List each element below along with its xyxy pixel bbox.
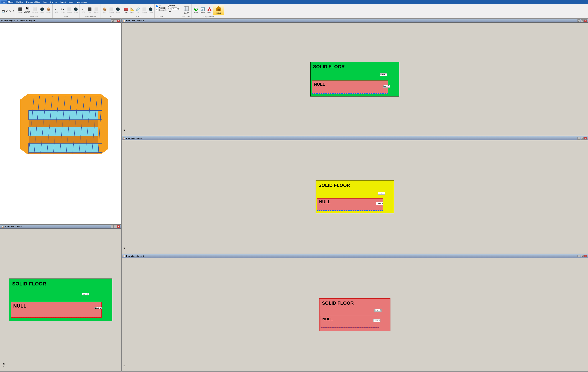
menu-export[interactable]: Export	[67, 0, 76, 3]
menu-import[interactable]: Import	[59, 0, 67, 3]
rp1-null-label: NULL	[317, 199, 383, 205]
3d-minimize-btn[interactable]: _	[111, 20, 114, 22]
menu-building[interactable]: Building	[15, 0, 25, 3]
rp2-icon: 📋	[123, 20, 126, 22]
2d-plan-check-btn[interactable]: 2D PlanCheck	[183, 5, 190, 15]
rp0-level0-tag: Level 0	[374, 309, 381, 312]
save-icon[interactable]: 💾	[1, 9, 5, 13]
menu-file[interactable]: File	[0, 0, 7, 4]
menu-bar: File Model Building Drawing Utilities Vi…	[0, 0, 588, 4]
bottom-floor-plan: SOLID FLOOR Level 2 NULL Level 0	[9, 279, 112, 321]
rp0-maximize[interactable]: □	[581, 255, 584, 257]
wall-select-btn[interactable]: Wall	[123, 6, 129, 14]
space-select-btn[interactable]: 📐 Space	[130, 7, 135, 13]
rp2-maximize[interactable]: □	[581, 20, 584, 22]
size-down-btn[interactable]: ▼	[177, 9, 179, 10]
menu-workspace[interactable]: Workspace	[76, 0, 88, 3]
bottom-null-rect: NULL	[11, 302, 102, 318]
errors-btn[interactable]: ! Errors	[207, 6, 212, 14]
assign-element-label: Assign Element	[85, 16, 96, 18]
bp-close-btn[interactable]: ✕	[117, 225, 120, 228]
cb-name[interactable]	[168, 5, 169, 7]
rp0-null-label: NULL	[321, 316, 379, 322]
svg-rect-40	[29, 120, 98, 127]
menu-drawing-utilities[interactable]: Drawing Utilities	[25, 0, 42, 3]
rp0-content: SOLID FLOOR Level 0 NULL Level 0 N↑	[122, 258, 588, 371]
window-place-btn[interactable]: ⬜ Window	[66, 7, 72, 13]
ribbon-group-select: Wall 📐 Space 🔗 Join ⬜ Window 🌑 Shade Sel…	[122, 4, 155, 18]
svg-text:!: !	[209, 9, 210, 11]
menu-model[interactable]: Model	[7, 0, 15, 3]
divide-btn[interactable]: ✂ Divide	[60, 7, 65, 13]
cb-all-input[interactable]	[156, 5, 158, 7]
ribbon-group-create-edit: ⬛ Storeys 🏗 BuildingElements ⬜ Windows 🌑…	[16, 4, 52, 18]
rp0-minimize[interactable]: _	[578, 255, 580, 257]
wall-place-label: Wall	[55, 11, 58, 13]
menu-view[interactable]: View	[42, 0, 49, 3]
3d-analysis-titlebar: 🏗 3D Analysis - all zones displayed _ □ …	[0, 19, 121, 23]
rp2-close[interactable]: ✕	[584, 20, 587, 22]
rp1-maximize[interactable]: □	[581, 137, 584, 140]
cb-perimeter-label[interactable]: Perimeter	[156, 7, 167, 9]
shade-set-btn[interactable]: 🌑 Shade	[115, 7, 121, 13]
cb-all-label[interactable]: All	[156, 5, 167, 7]
size-input[interactable]	[171, 8, 177, 10]
ribbon-group-2d-zones: All Perimeter Rectangle Name Size	[155, 4, 181, 18]
shade-place-btn[interactable]: 🌑 Shade	[73, 7, 78, 13]
rp0-title: Plan View - Level 0	[126, 255, 144, 257]
rp1-titlebar: 📋 Plan View - Level 1 _ □ ✕	[122, 136, 588, 140]
right-plan-level1: 📋 Plan View - Level 1 _ □ ✕ SOLID FLOOR …	[122, 136, 588, 254]
floor-btn[interactable]: ⬛ Floor	[87, 7, 92, 13]
svg-rect-15	[218, 9, 220, 11]
ceiling-btn[interactable]: ⬜ Ceiling	[93, 7, 99, 13]
join-btn[interactable]: 🔗 Join	[136, 7, 140, 13]
bottom-null-label: NULL	[11, 302, 101, 310]
cb-perimeter-input[interactable]	[156, 7, 158, 9]
rp2-level2-tag: Level 2	[380, 73, 387, 76]
rp1-title: Plan View - Level 1	[126, 137, 144, 140]
window-select-btn[interactable]: ⬜ Window	[141, 7, 147, 13]
rp1-close[interactable]: ✕	[584, 137, 587, 140]
windows-btn[interactable]: ⬜ Windows	[32, 7, 38, 13]
rp2-minimize[interactable]: _	[578, 20, 580, 22]
bp-minimize-btn[interactable]: _	[111, 225, 114, 228]
shades-btn[interactable]: 🌑 Shades	[39, 7, 45, 13]
window-set-btn[interactable]: ⬜ Window	[108, 7, 115, 13]
refresh-btn[interactable]: 🔄 Refresh	[200, 7, 206, 13]
3d-analysis-window: 🏗 3D Analysis - all zones displayed _ □ …	[0, 19, 121, 224]
rp1-minimize[interactable]: _	[578, 137, 580, 140]
building-elements-btn[interactable]: 🏗 BuildingElements	[24, 6, 31, 14]
shade-select-btn[interactable]: 🌑 Shade	[148, 7, 153, 13]
zone-set-btn[interactable]: 📦 Zone	[102, 7, 107, 13]
wall-assign-btn[interactable]: ▭ Wall	[81, 7, 86, 13]
select-label: Select	[136, 16, 140, 18]
rp0-floor-plan: SOLID FLOOR Level 0 NULL Level 0	[319, 298, 390, 331]
3d-title: 3D Analysis - all zones displayed	[4, 20, 35, 22]
redo-icon[interactable]: ↪	[9, 9, 11, 13]
rp2-null-label: NULL	[312, 81, 388, 88]
rp1-icon: 📋	[123, 137, 126, 140]
rp0-close[interactable]: ✕	[584, 255, 587, 257]
rp2-solid-label: SOLID FLOOR	[311, 62, 399, 71]
storeys-btn[interactable]: ⬛ Storeys	[17, 7, 23, 13]
3d-content	[0, 23, 121, 224]
show-btn[interactable]: Show	[193, 6, 199, 14]
2d-zones-name-size: Name Size ▲ ▼ Type	[168, 5, 179, 15]
zones-btn[interactable]: 📦 Zones	[46, 7, 51, 13]
svg-rect-41	[29, 136, 98, 143]
3d-close-btn[interactable]: ✕	[117, 20, 120, 22]
undo-icon[interactable]: ↩	[6, 9, 8, 13]
bp-maximize-btn[interactable]: □	[114, 225, 117, 228]
menu-daylight[interactable]: Daylight	[49, 0, 59, 3]
right-plan-level2: 📋 Plan View - Level 2 _ □ ✕ SOLID FLOOR …	[122, 19, 588, 136]
cb-rectangle-input[interactable]	[156, 9, 158, 11]
size-up-btn[interactable]: ▲	[177, 7, 179, 9]
plan-icon-bl: 📋	[1, 225, 4, 228]
3d-maximize-btn[interactable]: □	[114, 20, 117, 22]
settings-icon[interactable]: ⚙	[12, 9, 15, 13]
rp2-content: SOLID FLOOR Level 2 NULL Level 0 N↑	[122, 23, 588, 136]
rp0-north: N↑	[124, 364, 125, 370]
cb-rectangle-label[interactable]: Rectangle	[156, 9, 167, 11]
generate-building-btn[interactable]: GenerateBuilding	[213, 5, 224, 15]
wall-place-btn[interactable]: ▭ Wall	[54, 7, 59, 13]
